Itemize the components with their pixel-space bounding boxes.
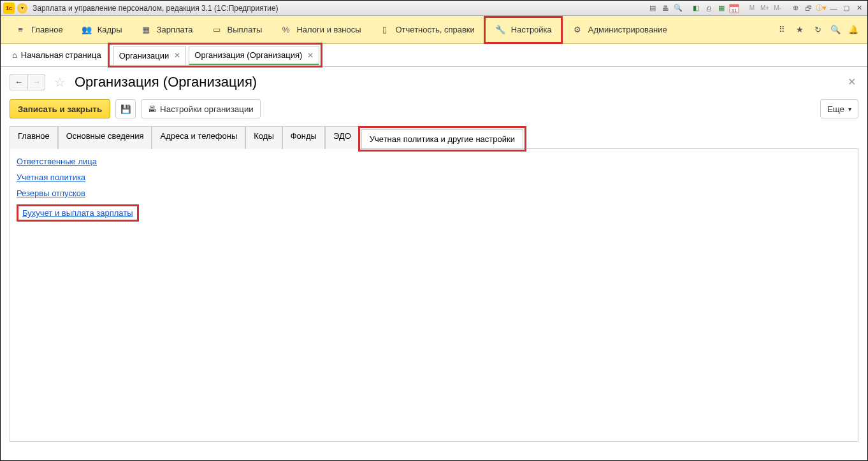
org-settings-button[interactable]: 🖶Настройки организации	[141, 99, 261, 118]
tab-content: Ответственные лица Учетная политика Резе…	[10, 149, 858, 442]
menu-label-salary: Зарплата	[157, 25, 193, 34]
toolbar-spreadsheet-icon[interactable]: ▦	[716, 3, 727, 13]
subtab-accounting-policy[interactable]: Учетная политика и другие настройки	[361, 129, 523, 148]
print-icon: 🖶	[148, 104, 156, 114]
tab-organizations[interactable]: Организации ✕	[113, 46, 187, 65]
toolbar-new-icon[interactable]: ▤	[647, 3, 658, 13]
toolbar-print-icon[interactable]: 🖶	[660, 3, 671, 13]
gear-icon: ⚙	[572, 24, 583, 36]
menu-personnel[interactable]: 👥Кадры	[72, 16, 131, 44]
svg-rect-1	[730, 4, 739, 7]
zoom-in-icon[interactable]: ⊕	[790, 3, 801, 13]
menu-payments[interactable]: ▭Выплаты	[202, 16, 271, 44]
save-and-close-button[interactable]: Записать и закрыть	[10, 99, 110, 118]
subtab-basic-info[interactable]: Основные сведения	[58, 126, 152, 149]
history-icon[interactable]: ↻	[809, 21, 827, 39]
link-highlight-box: Бухучет и выплата зарплаты	[17, 204, 139, 222]
home-icon: ⌂	[12, 50, 17, 60]
menu-admin[interactable]: ⚙Администрирование	[563, 16, 676, 44]
close-button[interactable]: ✕	[853, 3, 865, 13]
menu-label-admin: Администрирование	[588, 25, 667, 34]
save-button[interactable]: 💾	[115, 99, 136, 118]
toolbar-preview-icon[interactable]: 🔍	[672, 3, 684, 13]
wallet-icon: ▭	[211, 24, 222, 36]
memory-m-icon[interactable]: M	[746, 3, 758, 13]
nav-forward-button[interactable]: →	[27, 74, 45, 90]
minimize-button[interactable]: —	[828, 3, 839, 13]
page-title: Организация (Организация)	[75, 74, 257, 90]
tab-close-icon[interactable]: ✕	[174, 51, 180, 60]
notifications-icon[interactable]: 🔔	[844, 21, 862, 39]
menu-label-settings: Настройка	[511, 25, 552, 34]
titlebar: 1c ▾ Зарплата и управление персоналом, р…	[1, 1, 867, 16]
menu-taxes[interactable]: %Налоги и взносы	[271, 16, 370, 44]
org-settings-label: Настройки организации	[160, 104, 254, 114]
windows-icon[interactable]: 🗗	[802, 3, 814, 13]
menu-salary[interactable]: ▦Зарплата	[131, 16, 202, 44]
menu-label-taxes: Налоги и взносы	[296, 25, 361, 34]
people-icon: 👥	[81, 24, 92, 36]
link-accounting-policy[interactable]: Учетная политика	[17, 173, 85, 182]
menu-reports[interactable]: ▯Отчетность, справки	[370, 16, 484, 44]
info-icon[interactable]: ⓘ▾	[815, 3, 827, 13]
percent-icon: %	[280, 24, 291, 36]
main-menu: ≡Главное 👥Кадры ▦Зарплата ▭Выплаты %Нало…	[1, 16, 867, 44]
page-body: ← → ☆ Организация (Организация) ✕ Записа…	[1, 67, 867, 448]
tab-close-icon[interactable]: ✕	[307, 51, 314, 60]
tab-organization-detail-label: Организация (Организация)	[194, 50, 302, 60]
app-logo-icon: 1c	[3, 3, 15, 14]
floppy-icon: 💾	[120, 104, 131, 114]
toolbar-compare-icon[interactable]: ◧	[690, 3, 702, 13]
menu-hamburger[interactable]: ≡Главное	[6, 16, 72, 44]
menu-label-reports: Отчетность, справки	[396, 25, 475, 34]
toolbar-calendar-icon[interactable]: 31	[728, 3, 740, 13]
maximize-button[interactable]: ▢	[841, 3, 852, 13]
link-vacation-reserves[interactable]: Резервы отпусков	[17, 188, 85, 198]
subtab-highlight-box: Учетная политика и другие настройки	[358, 126, 526, 152]
nav-back-button[interactable]: ←	[10, 74, 27, 90]
home-tab-label: Начальная страница	[21, 50, 101, 60]
search-icon[interactable]: 🔍	[827, 21, 844, 39]
tab-organization-detail[interactable]: Организация (Организация) ✕	[189, 46, 319, 65]
wrench-icon: 🔧	[495, 24, 506, 36]
link-bookkeeping-salary[interactable]: Бухучет и выплата зарплаты	[22, 208, 133, 218]
memory-mplus-icon[interactable]: M+	[759, 3, 770, 13]
page-header: ← → ☆ Организация (Организация) ✕	[10, 73, 858, 90]
home-tab[interactable]: ⌂ Начальная страница	[6, 44, 108, 67]
table-icon: ▦	[140, 24, 152, 36]
page-toolbar: Записать и закрыть 💾 🖶Настройки организа…	[10, 99, 858, 118]
page-close-icon[interactable]: ✕	[845, 73, 858, 90]
tabs-highlight-box: Организации ✕ Организация (Организация) …	[108, 43, 323, 67]
favorite-star-icon[interactable]: ☆	[54, 74, 66, 90]
menu-label-main: Главное	[31, 25, 63, 34]
subtab-codes[interactable]: Коды	[245, 126, 282, 149]
toolbar-export-icon[interactable]: ⎙	[703, 3, 714, 13]
subtab-edo[interactable]: ЭДО	[325, 126, 359, 149]
window-title: Зарплата и управление персоналом, редакц…	[33, 4, 646, 13]
menu-label-payments: Выплаты	[228, 25, 263, 34]
menu-settings[interactable]: 🔧Настройка	[484, 16, 563, 44]
apps-icon[interactable]: ⠿	[773, 21, 791, 39]
menu-label-personnel: Кадры	[98, 25, 122, 34]
tab-bar: ⌂ Начальная страница Организации ✕ Орган…	[1, 44, 867, 67]
sub-tabs: Главное Основные сведения Адреса и телеф…	[10, 126, 858, 149]
subtab-funds[interactable]: Фонды	[282, 126, 325, 149]
hamburger-icon: ≡	[15, 24, 26, 36]
tab-organizations-label: Организации	[119, 51, 170, 60]
more-button[interactable]: Еще	[820, 99, 858, 118]
link-responsible-persons[interactable]: Ответственные лица	[17, 157, 97, 166]
memory-mminus-icon[interactable]: M-	[772, 3, 783, 13]
subtab-main[interactable]: Главное	[10, 126, 58, 149]
system-menu-dropdown[interactable]: ▾	[17, 3, 27, 13]
favorites-icon[interactable]: ★	[791, 21, 809, 39]
document-icon: ▯	[379, 24, 391, 36]
svg-text:31: 31	[732, 8, 737, 13]
subtab-addresses[interactable]: Адреса и телефоны	[152, 126, 245, 149]
